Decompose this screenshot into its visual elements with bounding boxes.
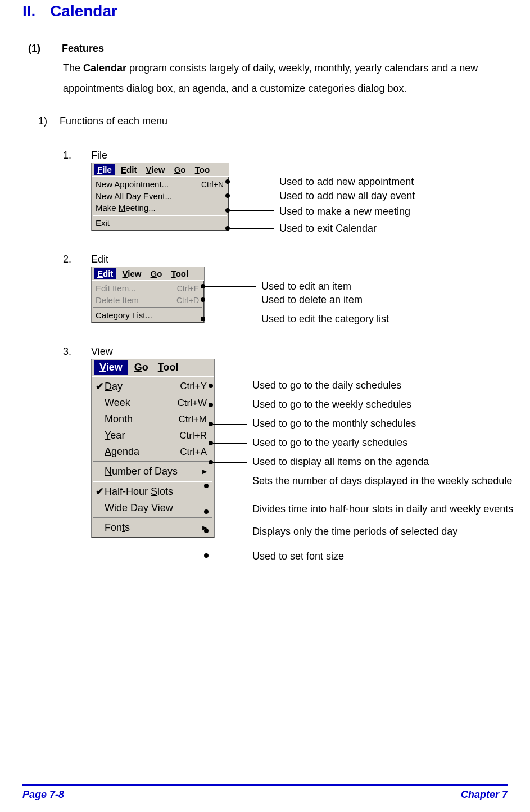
ann-number-of-days: Sets the number of days displayed in the… [252,474,528,488]
edit-delete-item[interactable]: Delete ItemCtrl+D [93,294,202,306]
ann-category-list: Used to edit the category list [261,313,389,325]
submenu-arrow-icon: ▶ [199,468,207,475]
file-new-appointment[interactable]: New Appointment...Ctrl+N [93,178,227,190]
view-week[interactable]: WeekCtrl+W [93,395,212,411]
callout-dot [201,297,205,302]
callout-line [205,319,256,319]
view-heading: 3.View [63,346,508,358]
callout-line [230,196,274,196]
ann-make-meeting: Used to make a new meeting [279,206,410,218]
ann-view-week: Used to go to the weekly schedules [252,399,411,410]
view-fonts[interactable]: Fonts▶ [93,520,212,536]
callout-line [230,228,274,229]
section-functions: 1)Functions of each menu [38,115,508,127]
features-body: The Calendar program consists largely of… [63,58,508,98]
section-features: (1)Features [28,43,508,55]
page-title: II. Calendar [22,2,508,20]
file-new-allday[interactable]: New All Day Event... [93,190,227,202]
callout-line [205,300,256,300]
view-menu-bar: View Go Tool [92,359,214,376]
edit-edit-item[interactable]: Edit Item...Ctrl+E [93,282,202,294]
ann-delete-item: Used to delete an item [261,294,363,306]
menu-tools[interactable]: Tool [155,361,182,374]
edit-menu-bar: Edit View Go Tool [92,267,204,281]
file-dropdown: New Appointment...Ctrl+N New All Day Eve… [92,177,229,231]
callout-dot [225,179,230,184]
menu-go[interactable]: Go [171,164,189,175]
footer-divider [22,784,508,786]
file-heading: 1.File [63,150,508,161]
callout-dot [225,193,230,198]
title-number: II. [22,2,35,20]
menu-file[interactable]: File [94,164,115,175]
ann-view-year: Used to go to the yearly schedules [252,437,407,449]
footer-page: Page 7-8 [22,789,64,801]
file-exit[interactable]: Exit [93,217,227,229]
view-year[interactable]: YearCtrl+R [93,427,212,444]
callout-dot [225,208,230,213]
menu-view[interactable]: View [94,360,128,375]
view-menu: View Go Tool ✔DayCtrl+Y WeekCtrl+W Month… [91,359,215,538]
ann-fonts: Used to set font size [252,551,344,562]
ann-half-hour: Divides time into half-hour slots in dai… [252,502,528,516]
footer-chapter: Chapter 7 [461,789,508,801]
view-half-hour-slots[interactable]: ✔Half-Hour Slots [93,483,212,500]
edit-menu: Edit View Go Tool Edit Item...Ctrl+E Del… [91,267,205,323]
edit-category-list[interactable]: Category List... [93,309,202,321]
ann-new-allday: Used to add new all day event [279,190,415,202]
menu-go[interactable]: Go [147,268,166,279]
ann-wide-day: Displays only the time periods of select… [252,526,457,538]
menu-go[interactable]: Go [131,361,152,374]
callout-dot [225,226,230,231]
callout-dot [201,317,205,321]
view-month[interactable]: MonthCtrl+M [93,411,212,427]
ann-new-appointment: Used to add new appointment [279,176,414,188]
view-day[interactable]: ✔DayCtrl+Y [93,378,212,395]
callout-line [230,210,274,211]
menu-tools[interactable]: Too [192,164,213,175]
file-make-meeting[interactable]: Make Meeting... [93,202,227,214]
menu-edit[interactable]: Edit [94,268,116,279]
menu-edit[interactable]: Edit [117,164,140,175]
callout-line [230,182,274,182]
ann-view-month: Used to go to the monthly schedules [252,418,416,430]
page-footer: Page 7-8 Chapter 7 [0,781,530,801]
callout-line [205,286,256,287]
edit-heading: 2.Edit [63,254,508,265]
title-text: Calendar [50,2,117,20]
ann-exit: Used to exit Calendar [279,223,377,234]
file-menu-bar: File Edit View Go Too [92,163,229,177]
menu-view[interactable]: View [119,268,145,279]
menu-view[interactable]: View [143,164,169,175]
view-agenda[interactable]: AgendaCtrl+A [93,444,212,460]
menu-tools[interactable]: Tool [168,268,192,279]
file-menu: File Edit View Go Too New Appointment...… [91,163,229,231]
ann-view-agenda: Used to display all items on the agenda [252,456,429,468]
view-dropdown: ✔DayCtrl+Y WeekCtrl+W MonthCtrl+M YearCt… [92,376,214,538]
edit-dropdown: Edit Item...Ctrl+E Delete ItemCtrl+D Cat… [92,281,204,323]
ann-view-day: Used to go to the daily schedules [252,380,401,391]
view-number-of-days[interactable]: Number of Days▶ [93,463,212,480]
ann-edit-item: Used to edit an item [261,281,351,292]
view-wide-day-view[interactable]: Wide Day View [93,500,212,516]
callout-dot [201,284,205,288]
